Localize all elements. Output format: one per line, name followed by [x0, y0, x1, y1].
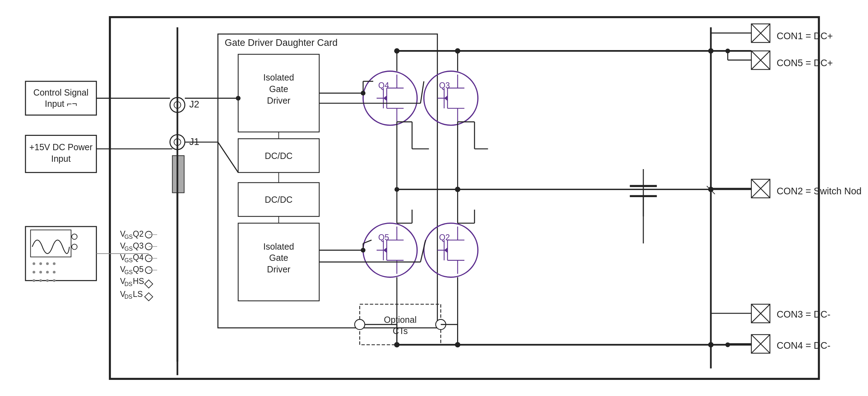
svg-point-184 — [455, 342, 460, 347]
svg-marker-36 — [145, 293, 153, 301]
svg-marker-84 — [444, 248, 448, 253]
svg-point-181 — [394, 48, 399, 54]
j2-label: J2 — [189, 99, 200, 110]
con3-label: CON3 = DC- — [777, 309, 831, 320]
svg-text:GS: GS — [124, 245, 133, 252]
svg-point-115 — [236, 96, 241, 101]
svg-point-12 — [39, 271, 42, 273]
svg-point-16 — [39, 279, 42, 282]
svg-rect-42 — [218, 34, 438, 328]
svg-text:Driver: Driver — [267, 96, 290, 105]
isolated-gate-driver-bottom: Isolated — [263, 242, 294, 251]
svg-text:DS: DS — [124, 281, 132, 287]
svg-point-18 — [53, 279, 56, 282]
svg-rect-1 — [26, 81, 97, 115]
con4-label: CON4 = DC- — [777, 340, 831, 351]
control-signal-label2: Input ⌐¬ — [45, 99, 77, 109]
con2-label: CON2 = Switch Node — [777, 186, 861, 196]
svg-point-9 — [46, 262, 49, 265]
svg-point-69 — [363, 223, 417, 277]
svg-point-186 — [708, 187, 713, 192]
isolated-gate-driver-top: Isolated — [263, 72, 294, 82]
dcdc-top: DC/DC — [265, 151, 293, 161]
svg-text:HS: HS — [133, 277, 144, 286]
svg-point-51 — [363, 71, 417, 125]
svg-point-180 — [455, 187, 460, 192]
svg-marker-75 — [383, 248, 387, 253]
svg-marker-66 — [444, 96, 448, 101]
circuit-diagram: Control Signal Input ⌐¬ +15V DC Power In… — [7, 7, 861, 389]
svg-point-89 — [355, 319, 365, 329]
power-input-label: +15V DC Power — [29, 142, 93, 152]
svg-point-78 — [424, 223, 478, 277]
svg-point-8 — [39, 262, 42, 265]
svg-text:Gate: Gate — [269, 253, 288, 263]
svg-point-13 — [46, 271, 49, 273]
svg-rect-3 — [26, 227, 97, 280]
svg-text:Q5: Q5 — [133, 265, 144, 274]
svg-line-117 — [218, 142, 238, 173]
svg-point-17 — [46, 279, 49, 282]
svg-point-154 — [725, 342, 730, 347]
svg-text:Gate: Gate — [269, 84, 288, 94]
svg-point-185 — [708, 342, 713, 347]
control-signal-label: Control Signal — [33, 88, 89, 97]
svg-point-183 — [394, 342, 399, 347]
svg-point-15 — [33, 279, 35, 282]
svg-text:Driver: Driver — [267, 264, 290, 274]
svg-text:LS: LS — [133, 290, 143, 299]
svg-marker-33 — [145, 280, 153, 288]
svg-point-187 — [708, 48, 713, 54]
svg-text:Q2: Q2 — [133, 229, 144, 238]
svg-marker-57 — [383, 96, 387, 101]
svg-point-14 — [53, 271, 56, 273]
svg-rect-4 — [30, 230, 71, 257]
daughter-card-label: Gate Driver Daughter Card — [225, 37, 338, 48]
optional-cts-label: Optional — [384, 315, 416, 325]
svg-point-6 — [72, 244, 77, 249]
svg-point-182 — [455, 48, 460, 54]
svg-text:Q4: Q4 — [133, 253, 144, 262]
con5-label: CON5 = DC+ — [777, 58, 833, 68]
svg-point-7 — [33, 262, 35, 265]
svg-text:CTs: CTs — [393, 326, 408, 336]
svg-point-10 — [53, 262, 56, 265]
svg-rect-0 — [110, 17, 819, 379]
svg-text:GS: GS — [124, 234, 133, 240]
svg-text:Q3: Q3 — [133, 241, 144, 250]
svg-point-60 — [424, 71, 478, 125]
con1-label: CON1 = DC+ — [777, 31, 833, 41]
svg-text:DS: DS — [124, 293, 132, 300]
svg-point-11 — [33, 271, 35, 273]
svg-point-134 — [725, 49, 730, 54]
svg-text:GS: GS — [124, 257, 133, 263]
dcdc-bottom: DC/DC — [265, 195, 293, 204]
power-input-label2: Input — [51, 154, 71, 164]
svg-text:GS: GS — [124, 269, 133, 275]
svg-point-5 — [72, 234, 77, 239]
